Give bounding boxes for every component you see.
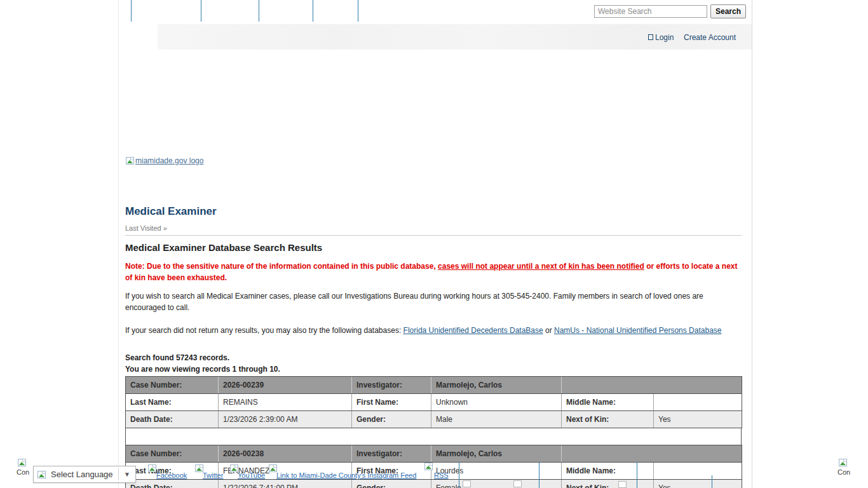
result-record-table: Case Number: 2026-00238 Investigator: Ma… bbox=[125, 445, 742, 488]
para2-prefix: If your search did not return any result… bbox=[125, 326, 403, 335]
info-paragraph: If you wish to search all Medical Examin… bbox=[125, 290, 710, 313]
para2-or: or bbox=[543, 326, 554, 335]
facebook-link[interactable]: Facebook bbox=[156, 471, 187, 479]
footer-separator-line bbox=[459, 462, 459, 488]
case-number-label: Case Number: bbox=[126, 445, 219, 463]
language-selector-label: Select Language bbox=[51, 470, 118, 479]
page-title: Medical Examiner bbox=[125, 205, 217, 218]
contact-icon bbox=[839, 459, 847, 466]
first-name-label: First Name: bbox=[352, 394, 431, 411]
header-empty-cell bbox=[562, 377, 742, 394]
result-record-table: Case Number: 2026-00239 Investigator: Ma… bbox=[125, 376, 742, 428]
gender-label: Gender: bbox=[352, 480, 431, 488]
databases-paragraph: If your search did not return any result… bbox=[125, 325, 735, 336]
death-date-label: Death Date: bbox=[126, 411, 219, 428]
record-name-row: Last Name: REMAINS First Name: Unknown M… bbox=[126, 394, 742, 411]
middle-name-label: Middle Name: bbox=[562, 394, 654, 411]
footer-separator-line bbox=[539, 462, 539, 488]
facebook-icon bbox=[148, 464, 156, 472]
search-input[interactable] bbox=[594, 5, 707, 18]
record-spacer bbox=[125, 428, 742, 445]
login-icon bbox=[648, 34, 653, 40]
last-name-label: Last Name: bbox=[126, 394, 219, 411]
middle-name-value bbox=[654, 394, 742, 411]
rss-link[interactable]: RSS bbox=[434, 471, 449, 479]
search-button[interactable]: Search bbox=[710, 4, 746, 18]
case-number-value: 2026-00238 bbox=[219, 445, 352, 463]
miamidade-logo-link[interactable]: miamidade.gov logo bbox=[135, 156, 203, 165]
case-number-value: 2026-00239 bbox=[219, 377, 352, 394]
create-account-link[interactable]: Create Account bbox=[684, 33, 736, 42]
death-date-value: 1/23/2026 2:39:00 AM bbox=[219, 411, 352, 428]
nav-tab-4[interactable] bbox=[313, 0, 358, 22]
middle-name-label: Middle Name: bbox=[562, 463, 654, 480]
gender-value: Male bbox=[431, 411, 562, 428]
death-date-label: Death Date: bbox=[126, 480, 219, 488]
next-of-kin-value: Yes bbox=[654, 411, 742, 428]
gender-value: Female bbox=[431, 480, 562, 488]
login-link[interactable]: Login bbox=[655, 33, 674, 42]
record-death-row: Death Date: 1/23/2026 2:39:00 AM Gender:… bbox=[126, 411, 742, 428]
sensitive-note: Note: Due to the sensitive nature of the… bbox=[125, 261, 740, 283]
divider bbox=[125, 235, 742, 236]
footer-separator-line bbox=[712, 475, 712, 488]
note-prefix: Note: Due to the sensitive nature of the… bbox=[125, 262, 438, 271]
investigator-label: Investigator: bbox=[352, 445, 431, 463]
investigator-label: Investigator: bbox=[352, 377, 431, 394]
records-viewing-text: You are now viewing records 1 through 10… bbox=[125, 365, 280, 374]
breadcrumb[interactable]: Last Visited » bbox=[125, 224, 167, 232]
header-empty-cell bbox=[562, 445, 742, 463]
first-name-value: Unknown bbox=[431, 394, 562, 411]
case-number-label: Case Number: bbox=[126, 377, 219, 394]
broken-image-icon bbox=[126, 157, 134, 165]
google-translate-icon bbox=[37, 471, 46, 478]
namus-link[interactable]: NamUs - National Unidentified Persons Da… bbox=[554, 326, 721, 335]
nav-tab-1[interactable] bbox=[131, 0, 201, 22]
content-left-border bbox=[118, 0, 119, 488]
note-underlined-link[interactable]: cases will not appear until a next of ki… bbox=[438, 262, 644, 271]
broken-image-icon bbox=[513, 480, 522, 487]
broken-image-icon bbox=[463, 480, 471, 487]
next-of-kin-label: Next of Kin: bbox=[562, 480, 654, 488]
records-found-text: Search found 57243 records. bbox=[125, 353, 229, 362]
nav-tab-2[interactable] bbox=[201, 0, 259, 22]
record-header-row: Case Number: 2026-00239 Investigator: Ma… bbox=[126, 377, 742, 394]
nav-tab-3[interactable] bbox=[259, 0, 313, 22]
footer-separator-line bbox=[637, 462, 637, 488]
next-of-kin-value: Yes bbox=[654, 480, 742, 488]
investigator-value: Marmolejo, Carlos bbox=[431, 445, 562, 463]
instagram-link[interactable]: Link to Miami-Dade County's Instagram Fe… bbox=[276, 471, 416, 479]
broken-image-icon bbox=[618, 481, 627, 488]
contact-right-label[interactable]: Con bbox=[837, 468, 850, 476]
chevron-down-icon[interactable]: ▼ bbox=[119, 471, 135, 478]
content-right-border bbox=[752, 0, 752, 488]
top-nav-tabs bbox=[131, 0, 358, 22]
florida-decedents-link[interactable]: Florida Unidentified Decedents DataBase bbox=[403, 326, 543, 335]
record-header-row: Case Number: 2026-00238 Investigator: Ma… bbox=[126, 445, 742, 463]
rss-icon bbox=[424, 463, 433, 470]
next-of-kin-label: Next of Kin: bbox=[562, 411, 654, 428]
gender-label: Gender: bbox=[352, 411, 431, 428]
page: Search Login Create Account miamidade.go… bbox=[0, 0, 868, 488]
last-name-value: REMAINS bbox=[219, 394, 352, 411]
contact-left-label[interactable]: Con bbox=[17, 468, 29, 476]
death-date-value: 1/22/2026 7:41:00 PM bbox=[219, 480, 352, 488]
twitter-link[interactable]: Twitter bbox=[203, 471, 223, 479]
investigator-value: Marmolejo, Carlos bbox=[431, 377, 562, 394]
results-title: Medical Examiner Database Search Results bbox=[125, 242, 322, 253]
contact-icon bbox=[18, 459, 26, 466]
language-selector[interactable]: Select Language ▼ bbox=[33, 466, 136, 483]
youtube-link[interactable]: YouTube bbox=[238, 471, 265, 479]
middle-name-value bbox=[654, 463, 742, 480]
first-name-value: Lourdes bbox=[431, 463, 562, 480]
record-death-row: Death Date: 1/22/2026 7:41:00 PM Gender:… bbox=[126, 480, 742, 488]
